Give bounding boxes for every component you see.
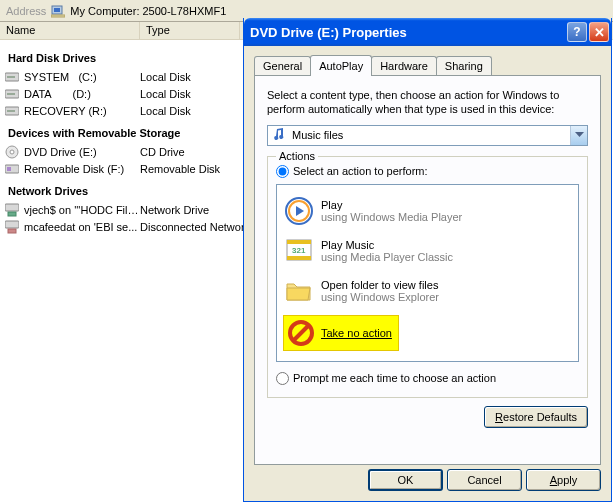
action-play-music[interactable]: 321 Play Musicusing Media Player Classic bbox=[281, 231, 574, 271]
tabs-row: General AutoPlay Hardware Sharing bbox=[254, 54, 601, 75]
properties-dialog: DVD Drive (E:) Properties ? ✕ General Au… bbox=[243, 18, 612, 502]
help-button[interactable]: ? bbox=[567, 22, 587, 42]
disk-icon bbox=[4, 69, 20, 85]
computer-icon bbox=[50, 3, 66, 19]
action-take-no-action[interactable]: Take no action bbox=[281, 311, 574, 355]
ok-button[interactable]: OK bbox=[368, 469, 443, 491]
svg-rect-13 bbox=[5, 204, 19, 211]
tab-panel: Select a content type, then choose an ac… bbox=[254, 75, 601, 465]
tab-hardware[interactable]: Hardware bbox=[371, 56, 437, 75]
content-type-combo[interactable]: Music files bbox=[267, 125, 588, 146]
address-text[interactable]: My Computer: 2500-L78HXMF1 bbox=[70, 5, 226, 17]
action-play[interactable]: Playusing Windows Media Player bbox=[281, 191, 574, 231]
music-icon bbox=[272, 127, 288, 143]
close-button[interactable]: ✕ bbox=[589, 22, 609, 42]
actions-group: Actions Select an action to perform: Pla… bbox=[267, 156, 588, 398]
apply-button[interactable]: Apply bbox=[526, 469, 601, 491]
action-list[interactable]: Playusing Windows Media Player 321 Play … bbox=[276, 184, 579, 362]
wmp-icon bbox=[283, 195, 315, 227]
radio-prompt[interactable]: Prompt me each time to choose an action bbox=[276, 372, 579, 385]
svg-line-24 bbox=[294, 326, 308, 340]
mpc-icon: 321 bbox=[283, 235, 315, 267]
chevron-down-icon[interactable] bbox=[570, 126, 587, 145]
svg-rect-4 bbox=[7, 76, 15, 78]
tab-autoplay[interactable]: AutoPlay bbox=[310, 55, 372, 76]
actions-legend: Actions bbox=[276, 150, 318, 162]
action-open-folder[interactable]: Open folder to view filesusing Windows E… bbox=[281, 271, 574, 311]
no-action-icon bbox=[287, 319, 315, 347]
network-drive-icon bbox=[4, 202, 20, 218]
address-label: Address bbox=[2, 5, 50, 17]
cancel-button[interactable]: Cancel bbox=[447, 469, 522, 491]
tab-sharing[interactable]: Sharing bbox=[436, 56, 492, 75]
disk-icon bbox=[4, 103, 20, 119]
tab-general[interactable]: General bbox=[254, 56, 311, 75]
svg-rect-1 bbox=[54, 8, 60, 12]
restore-defaults-button[interactable]: Restore Defaults bbox=[484, 406, 588, 428]
disk-icon bbox=[4, 86, 20, 102]
svg-text:321: 321 bbox=[292, 246, 306, 255]
svg-rect-21 bbox=[287, 256, 311, 260]
svg-rect-15 bbox=[5, 221, 19, 228]
svg-rect-20 bbox=[287, 240, 311, 244]
svg-rect-16 bbox=[8, 229, 16, 233]
svg-rect-2 bbox=[51, 15, 65, 17]
svg-rect-8 bbox=[7, 110, 15, 112]
svg-rect-12 bbox=[7, 167, 11, 171]
folder-icon bbox=[283, 275, 315, 307]
dvd-icon bbox=[4, 144, 20, 160]
svg-point-10 bbox=[10, 150, 14, 154]
instruction-text: Select a content type, then choose an ac… bbox=[267, 88, 588, 117]
network-drive-icon bbox=[4, 219, 20, 235]
dialog-title: DVD Drive (E:) Properties bbox=[250, 25, 407, 40]
svg-rect-6 bbox=[7, 93, 15, 95]
column-name[interactable]: Name bbox=[0, 22, 140, 39]
dialog-titlebar[interactable]: DVD Drive (E:) Properties ? ✕ bbox=[244, 18, 611, 46]
radio-select-action[interactable]: Select an action to perform: bbox=[276, 165, 579, 178]
removable-icon bbox=[4, 161, 20, 177]
svg-rect-14 bbox=[8, 212, 16, 216]
column-type[interactable]: Type bbox=[140, 22, 240, 39]
dialog-buttons: OK Cancel Apply bbox=[254, 465, 601, 491]
